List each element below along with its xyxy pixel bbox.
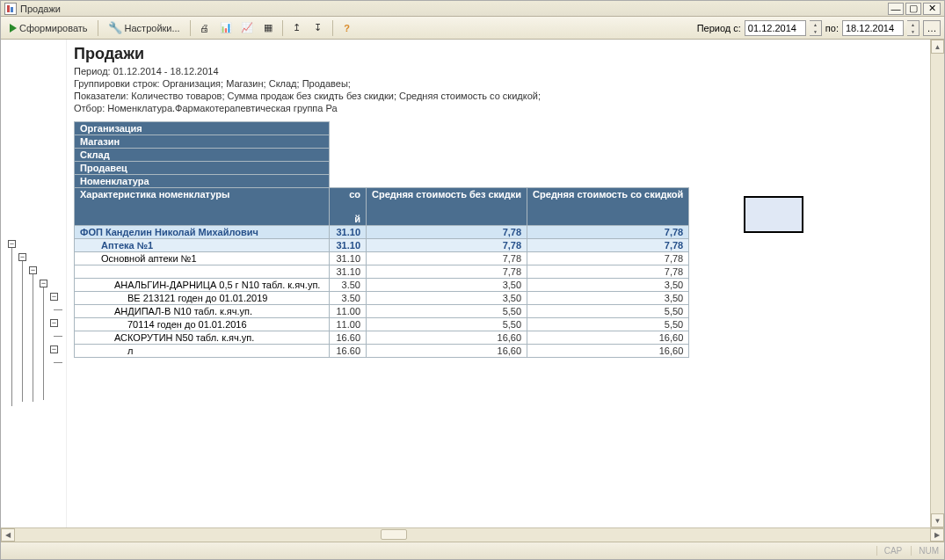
- report-sheet[interactable]: Продажи Период: 01.12.2014 - 18.12.2014 …: [67, 40, 930, 527]
- scroll-left-button[interactable]: ◀: [1, 528, 15, 542]
- table-row[interactable]: АСКОРУТИН N50 табл. к.яч.уп.16.6016,6016…: [75, 331, 689, 345]
- col-header: Магазин: [75, 135, 330, 149]
- scroll-down-button[interactable]: ▼: [931, 513, 944, 527]
- table-icon: ▦: [264, 22, 273, 33]
- tree-icon: 📈: [241, 22, 253, 33]
- date-from-input[interactable]: [745, 20, 806, 36]
- report-grid: Организация Магазин Склад Продавец Номен…: [74, 121, 689, 358]
- table-row[interactable]: АНАЛЬГИН-ДАРНИЦА 0,5 г N10 табл. к.яч.уп…: [75, 279, 689, 292]
- row-label: [75, 265, 330, 279]
- status-cap: CAP: [876, 546, 903, 556]
- report-indicators: Показатели: Количество товаров; Сумма пр…: [74, 90, 923, 102]
- floating-selection-box[interactable]: [744, 196, 803, 233]
- cell-value: 11.00: [330, 318, 367, 331]
- collapse-icon: ↧: [314, 22, 322, 33]
- status-bar: CAP NUM: [1, 542, 944, 559]
- expand-icon: ↥: [293, 22, 301, 33]
- cell-value: 5,50: [527, 318, 689, 331]
- scroll-thumb[interactable]: [381, 529, 407, 540]
- help-button[interactable]: ?: [338, 19, 357, 37]
- collapse-button[interactable]: ↧: [309, 19, 328, 37]
- print-button[interactable]: 🖨: [195, 19, 214, 37]
- col-header: Средняя стоимость со скидкой: [527, 188, 689, 226]
- app-icon: [4, 3, 17, 15]
- cell-value: 7,78: [527, 252, 689, 265]
- cell-value: 16,60: [527, 331, 689, 345]
- row-label: Аптека №1: [75, 239, 330, 252]
- cell-value: 31.10: [330, 226, 367, 239]
- table-row[interactable]: АНДИПАЛ-В N10 табл. к.яч.уп.11.005,505,5…: [75, 305, 689, 318]
- app-window: Продажи — ▢ ✕ Сформировать 🔧 Настройки..…: [0, 0, 945, 560]
- bar-chart-icon: 📊: [220, 22, 232, 33]
- cell-value: 16,60: [527, 345, 689, 358]
- horizontal-scrollbar[interactable]: ◀ ▶: [1, 527, 944, 542]
- row-label: АНАЛЬГИН-ДАРНИЦА 0,5 г N10 табл. к.яч.уп…: [75, 279, 330, 292]
- cell-value: 7,78: [527, 265, 689, 279]
- outline-node[interactable]: −: [29, 266, 37, 274]
- table-button[interactable]: ▦: [258, 19, 278, 37]
- outline-gutter: − − − − − − −: [1, 40, 67, 527]
- col-header: Организация: [75, 122, 330, 135]
- svg-rect-1: [11, 7, 13, 12]
- status-num: NUM: [911, 546, 939, 556]
- col-header: Продавец: [75, 162, 330, 175]
- help-icon: ?: [344, 23, 350, 33]
- settings-button[interactable]: 🔧 Настройки...: [103, 19, 185, 37]
- scroll-right-button[interactable]: ▶: [930, 528, 944, 542]
- form-button[interactable]: Сформировать: [4, 19, 93, 37]
- col-header: со й: [330, 188, 367, 226]
- wrench-icon: 🔧: [108, 21, 122, 34]
- cell-value: 16,60: [367, 345, 527, 358]
- outline-node[interactable]: −: [50, 345, 58, 353]
- row-label: Основной аптеки №1: [75, 252, 330, 265]
- chart-button[interactable]: 📊: [216, 19, 236, 37]
- cell-value: 7,78: [367, 226, 527, 239]
- close-button[interactable]: ✕: [923, 3, 941, 15]
- row-label: л: [75, 345, 330, 358]
- vertical-scrollbar[interactable]: ▲ ▼: [930, 40, 944, 527]
- scroll-track[interactable]: [15, 528, 930, 542]
- cell-value: 31.10: [330, 252, 367, 265]
- form-button-label: Сформировать: [19, 23, 88, 33]
- minimize-button[interactable]: —: [888, 3, 904, 15]
- play-icon: [10, 24, 17, 33]
- expand-button[interactable]: ↥: [287, 19, 307, 37]
- cell-value: 31.10: [330, 239, 367, 252]
- cell-value: 3,50: [367, 292, 527, 305]
- outline-node[interactable]: −: [50, 293, 58, 301]
- table-row[interactable]: л16.6016,6016,60: [75, 345, 689, 358]
- maximize-button[interactable]: ▢: [905, 3, 921, 15]
- cell-value: 7,78: [367, 252, 527, 265]
- row-label: АНДИПАЛ-В N10 табл. к.яч.уп.: [75, 305, 330, 318]
- report-filter: Отбор: Номенклатура.Фармакотерапевтическ…: [74, 102, 923, 114]
- period-more-button[interactable]: …: [923, 20, 941, 36]
- cell-value: 7,78: [527, 239, 689, 252]
- col-header: Номенклатура: [75, 175, 330, 188]
- table-row[interactable]: Аптека №131.107,787,78: [75, 239, 689, 252]
- outline-node[interactable]: −: [50, 319, 58, 327]
- outline-node[interactable]: −: [8, 240, 16, 248]
- cell-value: 31.10: [330, 265, 367, 279]
- col-header: Склад: [75, 149, 330, 162]
- svg-rect-0: [7, 5, 10, 12]
- cell-value: 3,50: [527, 292, 689, 305]
- outline-node[interactable]: −: [40, 280, 47, 287]
- cell-value: 3.50: [330, 279, 367, 292]
- table-row[interactable]: 70114 годен до 01.01.201611.005,505,50: [75, 318, 689, 331]
- report-grouping: Группировки строк: Организация; Магазин;…: [74, 77, 923, 90]
- scroll-track[interactable]: [931, 54, 944, 513]
- report-period: Период: 01.12.2014 - 18.12.2014: [74, 65, 923, 77]
- settings-button-label: Настройки...: [125, 23, 180, 33]
- table-row[interactable]: ФОП Канделин Николай Михайлович31.107,78…: [75, 226, 689, 239]
- date-to-spinner[interactable]: ▲▼: [907, 20, 920, 36]
- row-label: ФОП Канделин Николай Михайлович: [75, 226, 330, 239]
- cell-value: 7,78: [527, 226, 689, 239]
- scroll-up-button[interactable]: ▲: [931, 40, 944, 54]
- date-from-spinner[interactable]: ▲▼: [810, 20, 822, 36]
- tree-button[interactable]: 📈: [237, 19, 257, 37]
- table-row[interactable]: Основной аптеки №131.107,787,78: [75, 252, 689, 265]
- date-to-input[interactable]: [842, 20, 904, 36]
- table-row[interactable]: ВЕ 213121 годен до 01.01.20193.503,503,5…: [75, 292, 689, 305]
- table-row[interactable]: 31.107,787,78: [75, 265, 689, 279]
- outline-node[interactable]: −: [18, 253, 26, 261]
